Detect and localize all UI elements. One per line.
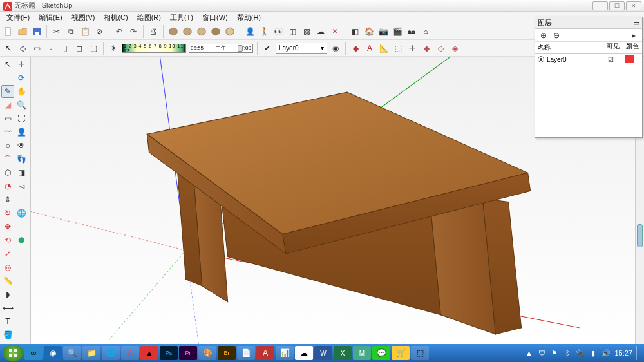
task-item[interactable]: ⬚ — [411, 346, 429, 360]
freehand-tool-icon[interactable]: 〰 — [1, 126, 14, 138]
axes-icon[interactable]: ✛ — [406, 43, 418, 54]
minimize-button[interactable]: — — [592, 1, 608, 10]
pushpull-tool-icon[interactable]: ⇕ — [1, 193, 14, 206]
cut-icon[interactable]: ✂ — [51, 26, 62, 37]
dim-icon[interactable]: ◆ — [350, 43, 361, 54]
shadow-toggle-icon[interactable]: ☀ — [108, 43, 119, 54]
task-item[interactable]: M — [353, 346, 371, 360]
pie-tool-icon[interactable]: ◔ — [1, 180, 14, 193]
person-icon[interactable]: 👤 — [244, 26, 256, 37]
task-item[interactable]: 📄 — [237, 346, 255, 360]
pan-tool-icon[interactable]: ✋ — [15, 85, 28, 98]
ext2-icon[interactable]: ◇ — [435, 43, 446, 54]
prev-icon[interactable]: ◅ — [15, 180, 28, 193]
dimension-tool-icon[interactable]: ⟷ — [1, 301, 14, 314]
ext3-icon[interactable]: ◈ — [449, 43, 460, 54]
protractor-tool-icon[interactable]: ◗ — [1, 288, 14, 301]
explode-icon[interactable] — [210, 26, 222, 37]
front-icon[interactable]: ▫ — [45, 43, 57, 54]
menu-view[interactable]: 视图(V) — [68, 13, 99, 23]
task-item[interactable]: Br — [218, 346, 236, 360]
3dtext-icon[interactable]: 📐 — [378, 43, 390, 54]
extension-icon[interactable]: ⬢ — [15, 234, 28, 247]
circle-tool-icon[interactable]: ○ — [1, 139, 14, 152]
section-plane-icon[interactable]: ⬚ — [392, 43, 404, 54]
zoomext-tool-icon[interactable]: ⛶ — [15, 112, 28, 125]
component-icon[interactable] — [182, 26, 193, 37]
polygon-tool-icon[interactable]: ⬡ — [1, 166, 14, 179]
back-icon[interactable]: ◻ — [73, 43, 85, 54]
layers-panel-close-icon[interactable]: ▭ — [633, 19, 639, 27]
task-item[interactable]: ▲ — [140, 346, 158, 360]
warehouse-icon[interactable]: 🌐 — [15, 207, 28, 220]
left-icon[interactable]: ▢ — [88, 43, 99, 54]
layers-panel[interactable]: 图层 ▭ ⊕ ⊖ ▸ 名称 可见 颜色 Layer0 ☑ — [535, 17, 643, 138]
layer-visible-checkbox[interactable]: ☑ — [601, 56, 620, 63]
task-item[interactable]: 📊 — [276, 346, 294, 360]
task-item[interactable]: A — [256, 346, 274, 360]
menu-tools[interactable]: 工具(T) — [166, 13, 197, 23]
add-layer-icon[interactable]: ⊕ — [538, 30, 549, 41]
paste-icon[interactable]: 📋 — [79, 26, 91, 37]
task-item[interactable]: Pr — [179, 346, 197, 360]
select-tool-icon[interactable]: ↖ — [1, 58, 14, 71]
scene-icon[interactable]: 🎬 — [392, 26, 403, 37]
print-icon[interactable]: 🖨 — [147, 26, 159, 37]
task-item[interactable]: W — [314, 346, 332, 360]
section-icon[interactable]: ◫ — [287, 26, 298, 37]
top-icon[interactable]: ▭ — [31, 43, 43, 54]
show-desktop[interactable] — [636, 346, 641, 360]
layer-manager-icon[interactable]: ◉ — [330, 43, 341, 54]
date-slider[interactable]: 1 2 3 4 5 6 7 8 9 10 11 12 — [122, 44, 186, 53]
task-item[interactable]: 🎨 — [198, 346, 216, 360]
task-item[interactable]: ☁ — [295, 346, 313, 360]
section-tool-icon[interactable]: ◨ — [15, 166, 28, 179]
text-tool-icon[interactable]: T — [1, 315, 14, 328]
copy-icon[interactable]: ⧉ — [65, 26, 77, 37]
time-slider[interactable]: 06:55 中午 17:00 — [189, 44, 253, 53]
group-icon[interactable] — [196, 26, 207, 37]
model-icon[interactable] — [167, 26, 179, 37]
tray-network-icon[interactable]: 🔌 — [576, 348, 585, 357]
camera-icon[interactable]: 📷 — [377, 26, 389, 37]
select-icon[interactable]: ↖ — [3, 43, 14, 54]
task-item[interactable]: 🔍 — [63, 346, 81, 360]
save-icon[interactable] — [31, 26, 43, 37]
menu-draw[interactable]: 绘图(R) — [133, 13, 165, 23]
task-item[interactable]: 🛒 — [392, 346, 410, 360]
styles-icon[interactable]: ◧ — [349, 26, 361, 37]
maximize-button[interactable]: ☐ — [609, 1, 625, 10]
house2-icon[interactable]: 🏘 — [406, 26, 417, 37]
followme-tool-icon[interactable]: ↻ — [1, 207, 14, 220]
tray-battery-icon[interactable]: ▮ — [589, 348, 598, 357]
task-item[interactable]: A — [121, 346, 139, 360]
walk-tool-icon[interactable]: 👣 — [15, 153, 28, 166]
menu-camera[interactable]: 相机(C) — [100, 13, 131, 23]
arc-tool-icon[interactable]: ⌒ — [1, 153, 14, 166]
layers-col-name[interactable]: 名称 — [535, 42, 603, 53]
xray-icon[interactable]: ✕ — [329, 26, 341, 37]
menu-window[interactable]: 窗口(W) — [198, 13, 232, 23]
layer-menu-icon[interactable]: ▸ — [628, 30, 639, 41]
scrollbar-thumb[interactable] — [637, 224, 643, 247]
start-button[interactable] — [3, 345, 23, 361]
eraser-tool-icon[interactable]: ◢ — [1, 99, 14, 111]
walk-icon[interactable]: 🚶 — [258, 26, 270, 37]
position-camera-icon[interactable]: 👤 — [15, 126, 28, 138]
layers-col-visible[interactable]: 可见 — [603, 42, 623, 53]
tray-flag-icon[interactable]: ⚑ — [550, 348, 559, 357]
new-icon[interactable] — [3, 26, 14, 37]
shadow-icon[interactable]: ▨ — [301, 26, 312, 37]
layer-visible-icon[interactable]: ✔ — [261, 43, 273, 54]
look-around-icon[interactable]: 👁 — [15, 139, 28, 152]
layer-row[interactable]: Layer0 ☑ — [535, 54, 642, 64]
rectangle-tool-icon[interactable]: ▭ — [1, 112, 14, 125]
task-item[interactable]: ◉ — [44, 346, 62, 360]
look-icon[interactable]: 👀 — [272, 26, 284, 37]
orbit-tool-icon[interactable]: ⟳ — [15, 71, 28, 84]
roof-icon[interactable]: ⌂ — [420, 26, 431, 37]
menu-file[interactable]: 文件(F) — [3, 13, 33, 23]
tape-tool-icon[interactable]: 📏 — [1, 274, 14, 287]
move-tool-icon[interactable]: ✥ — [1, 220, 14, 233]
axes-tool-icon[interactable]: ✛ — [15, 58, 28, 71]
